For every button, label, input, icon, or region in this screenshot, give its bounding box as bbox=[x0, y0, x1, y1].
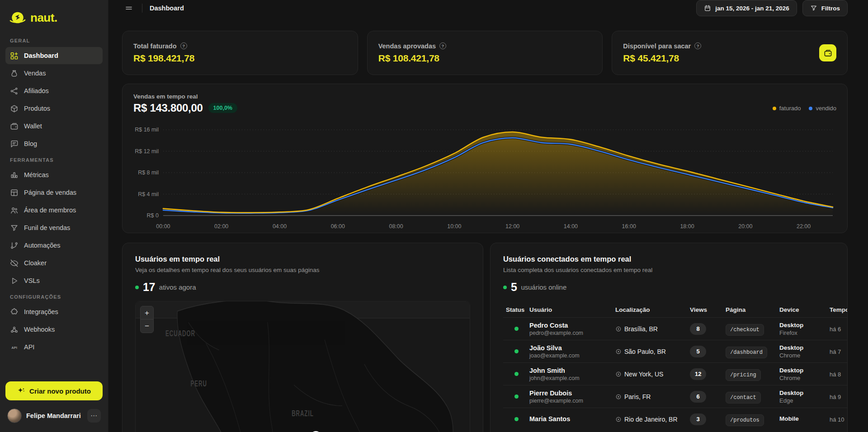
page-badge: /produtos bbox=[726, 414, 764, 426]
user-location: Paris, FR bbox=[624, 393, 651, 400]
sidebar-nav: GERAL Dashboard Vendas Afiliados Produto… bbox=[5, 33, 103, 356]
x-axis-tick: 16:00 bbox=[622, 223, 636, 230]
stat-value: R$ 198.421,78 bbox=[133, 53, 347, 64]
device-type: Desktop bbox=[779, 390, 830, 396]
column-localizacao: Localização bbox=[615, 306, 690, 313]
stat-card-vendas-aprovadas: Vendas aprovadas R$ 108.421,78 bbox=[367, 31, 603, 75]
user-location: Brasília, BR bbox=[624, 325, 658, 333]
y-axis-tick: R$ 8 mil bbox=[138, 169, 159, 176]
sales-chart: R$ 0R$ 4 milR$ 8 milR$ 12 milR$ 16 mil00… bbox=[133, 118, 836, 232]
time-ago: há 8 bbox=[830, 371, 841, 378]
logo-text: naut. bbox=[30, 11, 57, 25]
legend-label: vendido bbox=[816, 105, 836, 112]
stat-value: R$ 45.421,78 bbox=[623, 53, 819, 64]
sidebar-item-label: Vendas bbox=[24, 70, 46, 77]
legend-item-vendido[interactable]: vendido bbox=[809, 105, 836, 112]
sidebar-item-vsls[interactable]: VSLs bbox=[5, 272, 103, 289]
sidebar-item-webhooks[interactable]: Webhooks bbox=[5, 321, 103, 338]
avatar[interactable] bbox=[7, 409, 22, 423]
sidebar-spacer bbox=[5, 356, 103, 381]
sidebar-item-automacoes[interactable]: Automações bbox=[5, 237, 103, 254]
x-axis-tick: 04:00 bbox=[273, 223, 287, 230]
sidebar-item-api[interactable]: API API bbox=[5, 338, 103, 356]
sidebar-item-produtos[interactable]: Produtos bbox=[5, 100, 103, 117]
create-product-button[interactable]: Criar novo produto bbox=[5, 381, 103, 400]
time-ago: há 6 bbox=[830, 326, 841, 333]
sidebar-item-metricas[interactable]: Métricas bbox=[5, 166, 103, 183]
device-browser: Chrome bbox=[779, 375, 830, 381]
realtime-users-card: Usuários em tempo real Veja os detalhes … bbox=[122, 243, 483, 432]
map-zoom-out-button[interactable]: − bbox=[141, 319, 153, 333]
location-pin-icon bbox=[615, 416, 622, 423]
sidebar-item-label: VSLs bbox=[24, 277, 40, 284]
realtime-map[interactable]: + − bbox=[135, 301, 470, 432]
help-icon[interactable] bbox=[694, 42, 701, 49]
sidebar-item-integracoes[interactable]: Integrações bbox=[5, 303, 103, 320]
table-row: Pierre Dubois pierre@example.com Paris, … bbox=[503, 385, 848, 408]
online-label: usuários online bbox=[521, 283, 566, 291]
map-zoom-in-button[interactable]: + bbox=[141, 306, 153, 319]
device-browser: Firefox bbox=[779, 329, 830, 336]
legend-item-faturado[interactable]: faturado bbox=[773, 105, 801, 112]
members-icon bbox=[10, 206, 19, 215]
time-ago: há 7 bbox=[830, 348, 841, 355]
table-row: João Silva joao@example.com São Paulo, B… bbox=[503, 340, 848, 362]
sidebar-item-funil-de-vendas[interactable]: Funil de vendas bbox=[5, 219, 103, 236]
column-device: Device bbox=[779, 306, 830, 313]
x-axis-tick: 08:00 bbox=[389, 223, 403, 230]
chart-percent-badge: 100,0% bbox=[208, 103, 237, 113]
sidebar-section-items: Dashboard Vendas Afiliados Produtos Wall… bbox=[5, 47, 103, 152]
sparkles-icon bbox=[17, 387, 25, 395]
menu-toggle-button[interactable] bbox=[123, 2, 135, 14]
funnel-icon bbox=[10, 224, 19, 232]
stat-card-total-faturado: Total faturado R$ 198.421,78 bbox=[122, 31, 358, 75]
message-icon bbox=[10, 140, 19, 148]
sidebar-section-items: Métricas Página de vendas Área de membro… bbox=[5, 166, 103, 289]
logo[interactable]: naut. bbox=[5, 6, 103, 33]
puzzle-icon bbox=[10, 308, 19, 316]
chart-legend: faturadovendido bbox=[773, 105, 836, 112]
x-axis-tick: 10:00 bbox=[447, 223, 461, 230]
views-badge: 6 bbox=[690, 391, 706, 403]
column-views: Views bbox=[690, 306, 726, 313]
sidebar-item-vendas[interactable]: Vendas bbox=[5, 65, 103, 82]
user-menu-button[interactable]: ⋯ bbox=[87, 409, 101, 423]
sidebar-item-afiliados[interactable]: Afiliados bbox=[5, 82, 103, 99]
sidebar-item-area-de-membros[interactable]: Área de membros bbox=[5, 202, 103, 219]
user-location: Rio de Janeiro, BR bbox=[624, 416, 678, 423]
sidebar-item-dashboard[interactable]: Dashboard bbox=[5, 47, 103, 64]
webhook-icon bbox=[10, 325, 19, 334]
filters-label: Filtros bbox=[821, 5, 840, 12]
withdraw-button[interactable] bbox=[819, 44, 836, 61]
sidebar-item-label: Cloaker bbox=[24, 259, 47, 267]
sidebar-section: GERAL Dashboard Vendas Afiliados Produto… bbox=[5, 33, 103, 152]
sidebar-item-pagina-de-vendas[interactable]: Página de vendas bbox=[5, 184, 103, 201]
help-icon[interactable] bbox=[180, 42, 187, 49]
map-zoom-control: + − bbox=[140, 306, 154, 333]
sidebar-section-label: CONFIGURAÇÕES bbox=[5, 290, 103, 303]
topbar-divider bbox=[142, 4, 142, 13]
column-usuario: Usuário bbox=[529, 306, 615, 313]
sidebar-item-cloaker[interactable]: Cloaker bbox=[5, 254, 103, 272]
user-name: Pierre Dubois bbox=[529, 390, 615, 397]
table-row: Pedro Costa pedro@example.com Brasília, … bbox=[503, 317, 848, 340]
sidebar-item-blog[interactable]: Blog bbox=[5, 135, 103, 152]
sidebar-item-label: API bbox=[24, 343, 34, 351]
topbar-actions: jan 15, 2026 - jan 21, 2026 Filtros bbox=[696, 0, 848, 16]
x-axis-tick: 06:00 bbox=[331, 223, 345, 230]
naut-planet-logo-icon bbox=[9, 10, 26, 25]
views-badge: 8 bbox=[690, 323, 706, 335]
filters-button[interactable]: Filtros bbox=[802, 0, 848, 16]
help-icon[interactable] bbox=[439, 42, 446, 49]
wallet-icon bbox=[824, 49, 832, 57]
date-range-button[interactable]: jan 15, 2026 - jan 21, 2026 bbox=[696, 0, 797, 16]
layout-icon bbox=[10, 188, 19, 197]
sidebar-item-label: Página de vendas bbox=[24, 189, 76, 196]
device-browser: Chrome bbox=[779, 352, 830, 359]
sidebar-item-wallet[interactable]: Wallet bbox=[5, 117, 103, 135]
x-axis-tick: 12:00 bbox=[505, 223, 519, 230]
dashboard-icon bbox=[10, 52, 19, 60]
user-name: Maria Santos bbox=[529, 415, 615, 423]
x-axis-tick: 14:00 bbox=[564, 223, 578, 230]
status-online-dot bbox=[514, 417, 519, 421]
